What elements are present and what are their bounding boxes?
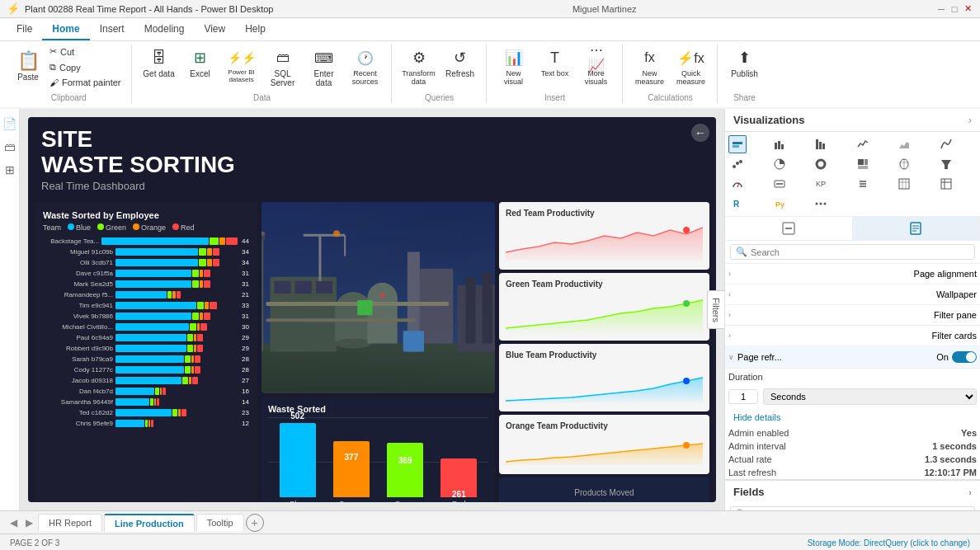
dashboard-header: SITE WASTE SORTING Real Time Dashboard — [28, 117, 716, 202]
duration-input[interactable] — [728, 389, 758, 404]
back-button[interactable]: ← — [691, 124, 709, 142]
new-visual-button[interactable]: 📊 New visual — [495, 45, 533, 89]
tab-nav-right[interactable]: ▶ — [22, 517, 36, 529]
ribbon-tab-bar: File Home Insert Modeling View Help — [0, 18, 980, 41]
more-visuals-button[interactable]: ⋯📈 More visuals — [577, 45, 615, 89]
tab-hr-report[interactable]: HR Report — [38, 514, 102, 531]
format-wallpaper[interactable]: › Wallpaper — [725, 284, 980, 305]
fields-search-input[interactable] — [751, 510, 969, 511]
copy-button[interactable]: ⧉ Copy — [46, 60, 125, 74]
viz-header-buttons: › — [968, 115, 972, 126]
viz-matrix[interactable] — [937, 175, 955, 193]
title-bar-left: ⚡ Plant 00288 Real Time Report - All Han… — [7, 2, 273, 15]
viz-stacked-bar[interactable] — [728, 135, 747, 153]
format-search-input[interactable] — [751, 247, 969, 257]
format-painter-button[interactable]: 🖌 Format painter — [46, 76, 125, 89]
employee-bar-row: Olli 3cdb7134 — [43, 258, 249, 268]
tab-line-production[interactable]: Line Production — [104, 514, 195, 532]
format-filter-cards[interactable]: › Filter cards — [725, 326, 980, 346]
hide-details-link[interactable]: Hide details — [730, 411, 784, 424]
get-data-button[interactable]: 🗄 Get data — [140, 45, 178, 82]
sql-server-button[interactable]: 🗃 SQL Server — [264, 45, 302, 91]
red-team-chart: Red Team Productivity — [499, 202, 709, 270]
viz-python[interactable]: Py — [770, 195, 789, 213]
viz-clustered-bar[interactable] — [770, 135, 789, 153]
recent-sources-icon: 🕐 — [356, 48, 375, 68]
viz-line[interactable] — [854, 135, 872, 153]
viz-area[interactable] — [895, 135, 913, 153]
text-box-icon: T — [545, 48, 565, 68]
svg-rect-28 — [465, 276, 475, 343]
viz-table[interactable] — [895, 175, 913, 193]
excel-button[interactable]: ⊞ Excel — [181, 45, 219, 82]
viz-gauge[interactable] — [728, 175, 747, 193]
viz-r[interactable]: R — [728, 195, 747, 213]
tab-modeling[interactable]: Modeling — [134, 18, 195, 40]
viz-more[interactable] — [812, 195, 830, 213]
minimize-button[interactable]: ─ — [935, 3, 947, 15]
nav-data-icon[interactable]: 🗃 — [2, 139, 18, 155]
products-moved-panel: Products Moved 1,504 — [499, 477, 709, 502]
viz-slicer[interactable] — [854, 175, 872, 193]
storage-mode[interactable]: Storage Mode: DirectQuery (click to chan… — [808, 538, 970, 548]
publish-button[interactable]: ⬆ Publish — [726, 45, 764, 82]
employee-bar-row: Paul 6c94a929 — [43, 333, 249, 343]
cut-button[interactable]: ✂ Cut — [46, 45, 125, 59]
dashboard-grid: Waste Sorted by Employee Team Blue Green… — [28, 202, 716, 501]
tab-view[interactable]: View — [194, 18, 235, 40]
viz-donut[interactable] — [812, 155, 830, 173]
svg-rect-25 — [266, 302, 449, 306]
toggle-switch[interactable] — [952, 351, 977, 363]
viz-map[interactable] — [895, 155, 913, 173]
ribbon-content: 📋 Paste ✂ Cut ⧉ Copy 🖌 Format painter Cl… — [0, 41, 980, 107]
format-visual-tab[interactable] — [725, 217, 853, 240]
viz-expand-button[interactable]: › — [968, 115, 972, 126]
svg-point-81 — [824, 203, 827, 205]
employee-bar-row: Dan f4cb7d16 — [43, 387, 249, 397]
viz-treemap[interactable] — [854, 155, 872, 173]
viz-funnel[interactable] — [937, 155, 955, 173]
nav-report-icon[interactable]: 📄 — [2, 115, 18, 132]
svg-point-80 — [820, 203, 822, 205]
paste-button[interactable]: 📋 Paste — [13, 45, 43, 87]
canvas-area: Filters ← SITE WASTE SORTING Real Time D… — [20, 109, 724, 510]
ribbon-group-insert: 📊 New visual T Text box ⋯📈 More visuals … — [488, 45, 623, 104]
viz-kpi[interactable]: KPI — [812, 175, 830, 193]
quick-measure-button[interactable]: ⚡fx Quick measure — [672, 45, 710, 89]
duration-unit-select[interactable]: Seconds Minutes — [763, 388, 977, 405]
svg-rect-44 — [775, 143, 777, 149]
orange-team-chart: Orange Team Productivity — [499, 415, 709, 474]
format-page-tab[interactable] — [853, 217, 981, 240]
format-page-refresh[interactable]: ∨ Page refr... On — [725, 346, 980, 369]
close-button[interactable]: ✕ — [962, 3, 973, 15]
viz-pie[interactable] — [770, 155, 789, 173]
filters-tab[interactable]: Filters — [707, 290, 724, 330]
powerbi-datasets-button[interactable]: ⚡⚡ Power BI datasets — [223, 45, 261, 87]
enter-data-button[interactable]: ⌨ Enter data — [305, 45, 343, 91]
tab-nav-left[interactable]: ◀ — [7, 517, 21, 529]
recent-sources-button[interactable]: 🕐 Recent sources — [346, 45, 384, 89]
viz-scatter[interactable] — [728, 155, 747, 173]
new-measure-button[interactable]: fx New measure — [631, 45, 669, 89]
fields-expand-btn[interactable]: › — [968, 487, 972, 497]
svg-point-52 — [736, 162, 739, 165]
maximize-button[interactable]: □ — [949, 3, 960, 15]
tab-file[interactable]: File — [7, 18, 42, 40]
page-refresh-toggle[interactable]: On — [936, 351, 977, 363]
text-box-button[interactable]: T Text box — [536, 45, 574, 81]
refresh-button[interactable]: ↺ Refresh — [441, 45, 479, 82]
status-bar: PAGE 2 OF 3 Storage Mode: DirectQuery (c… — [0, 534, 980, 550]
tab-help[interactable]: Help — [235, 18, 276, 40]
format-page-alignment[interactable]: › Page alignment — [725, 264, 980, 284]
nav-model-icon[interactable]: ⊞ — [2, 162, 18, 178]
viz-card[interactable] — [770, 175, 789, 193]
tab-insert[interactable]: Insert — [90, 18, 134, 40]
viz-ribbon[interactable] — [937, 135, 955, 153]
add-page-button[interactable]: + — [246, 514, 264, 532]
tab-home[interactable]: Home — [42, 18, 89, 40]
bar-track — [115, 377, 238, 384]
tab-tooltip[interactable]: Tooltip — [196, 514, 244, 531]
viz-stacked-col[interactable] — [812, 135, 830, 153]
transform-button[interactable]: ⚙ Transform data — [400, 45, 438, 89]
format-filter-pane[interactable]: › Filter pane — [725, 305, 980, 326]
